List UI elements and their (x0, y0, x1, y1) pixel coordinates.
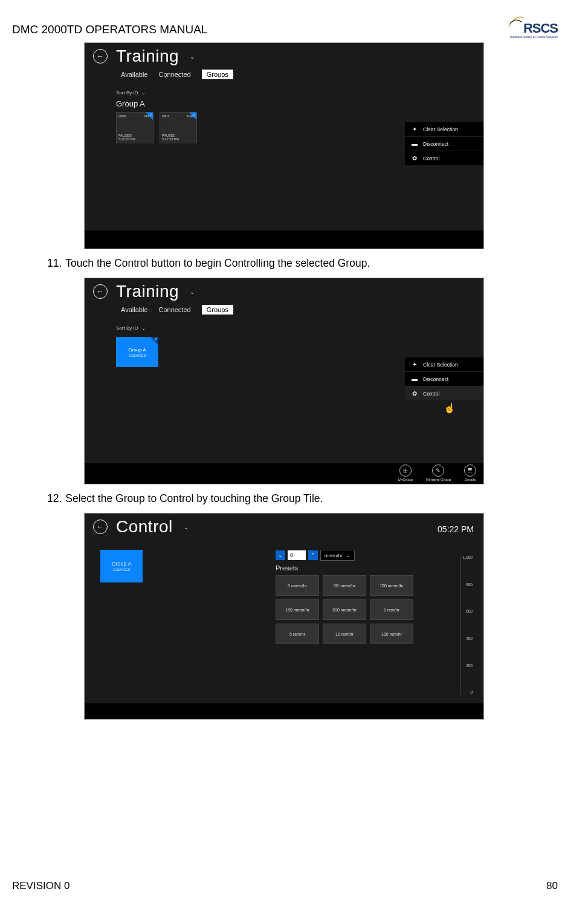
stepper-up-icon[interactable]: ⌃ (308, 550, 318, 560)
logo-swoosh-icon (508, 12, 525, 29)
details-button[interactable]: ≣Details (464, 465, 476, 481)
back-icon[interactable]: ← (93, 520, 108, 534)
checkmark-icon (189, 112, 196, 120)
scale-axis: 1,000 800 600 400 200 0 (460, 556, 473, 695)
chevron-down-icon: ⌄ (141, 90, 146, 96)
preset-button[interactable]: 5 rem/hr (276, 624, 319, 644)
revision-label: REVISION 0 (12, 880, 69, 892)
scale-tick: 800 (466, 583, 473, 587)
device-tile[interactable]: 0000 DMC PAUSED 5:22:25 PM (116, 112, 153, 143)
disconnect-icon: ▬ (411, 140, 418, 147)
group-tile-count: 2 DEVICES (129, 354, 146, 357)
group-tile-name: Group A (128, 347, 146, 353)
scale-tick: 200 (466, 664, 473, 668)
bottom-bar (85, 230, 483, 249)
ungroup-icon: ⊞ (399, 465, 412, 477)
stepper-down-icon[interactable]: ⌄ (276, 550, 285, 560)
sort-label: Sort By ID (116, 325, 138, 331)
preset-button[interactable]: 500 mrem/hr (323, 599, 366, 620)
app-title: Training (116, 47, 179, 66)
screenshot-control: ← Control ⌄ 05:22 PM Group A 2 DEVICES ⌄… (85, 513, 483, 719)
chevron-down-icon[interactable]: ⌄ (190, 53, 195, 60)
chevron-down-icon[interactable]: ⌄ (190, 289, 195, 295)
clear-icon: ✦ (411, 361, 418, 368)
ungroup-button[interactable]: ⊞UnGroup (398, 465, 413, 481)
scale-tick: 0 (470, 691, 473, 695)
clear-selection-button[interactable]: ✦Clear Selection (405, 357, 483, 371)
scale-tick: 600 (466, 610, 473, 614)
sort-label: Sort By ID (116, 90, 138, 96)
preset-button[interactable]: 50 mrem/hr (323, 575, 366, 596)
device-id: 0000 (118, 114, 126, 118)
gear-icon: ✿ (411, 155, 418, 161)
group-tile-count: 2 DEVICES (113, 568, 131, 572)
value-row: ⌄ 0 ⌃ mrem/hr⌄ (276, 550, 483, 561)
rename-icon: ✎ (432, 465, 444, 477)
device-time: 5:22:25 PM (118, 137, 151, 141)
control-button[interactable]: ✿Control (405, 386, 483, 400)
group-name: Group A (85, 98, 483, 112)
chevron-down-icon: ⌄ (346, 553, 351, 558)
disconnect-button[interactable]: ▬Disconnect (405, 371, 483, 386)
disconnect-button[interactable]: ▬Disconnect (405, 136, 483, 151)
preset-button[interactable]: 100 rem/hr (370, 624, 413, 644)
back-icon[interactable]: ← (93, 49, 108, 64)
rename-group-button[interactable]: ✎Rename Group (426, 465, 451, 481)
back-icon[interactable]: ← (93, 284, 108, 299)
chevron-down-icon: ⌄ (141, 325, 146, 331)
scale-tick: 1,000 (463, 556, 473, 560)
pointer-cursor-icon: ☝ (444, 402, 454, 413)
disconnect-icon: ▬ (411, 376, 418, 382)
clock: 05:22 PM (438, 524, 474, 534)
logo-subtext: Radiation Safety & Control Services (510, 35, 558, 39)
tab-available[interactable]: Available (121, 306, 147, 313)
document-title: DMC 2000TD OPERATORS MANUAL (12, 23, 207, 36)
tab-groups[interactable]: Groups (202, 305, 233, 315)
clear-icon: ✦ (411, 126, 418, 132)
rscs-logo: RSCS Radiation Safety & Control Services (497, 12, 558, 39)
device-time: 5:22:25 PM (162, 137, 195, 141)
tab-groups[interactable]: Groups (202, 70, 233, 79)
logo-text: RSCS (523, 21, 558, 36)
tab-connected[interactable]: Connected (158, 71, 190, 78)
group-tile[interactable]: Group A 2 DEVICES (100, 550, 143, 582)
group-tile[interactable]: Group A 2 DEVICES (116, 337, 158, 367)
details-icon: ≣ (464, 465, 476, 477)
tabs: Available Connected Groups (85, 67, 483, 82)
screenshot-training-group-selected: ← Training ⌄ Available Connected Groups … (85, 278, 483, 484)
presets-label: Presets (276, 564, 483, 572)
preset-button[interactable]: 100 mrem/hr (370, 575, 413, 596)
step-text: Select the Group to Control by touching … (65, 492, 323, 505)
chevron-down-icon[interactable]: ⌄ (184, 524, 189, 530)
bottom-bar (85, 703, 483, 719)
actions-panel: ✦Clear Selection ▬Disconnect ✿Control (405, 357, 483, 400)
clear-selection-button[interactable]: ✦Clear Selection (405, 122, 483, 136)
preset-button[interactable]: 1 rem/hr (370, 599, 413, 620)
preset-button[interactable]: 150 mrem/hr (276, 599, 319, 620)
preset-button[interactable]: 10 rem/hr (323, 624, 366, 644)
checkmark-icon (146, 112, 153, 120)
sort-row[interactable]: Sort By ID ⌄ (85, 317, 483, 333)
tab-available[interactable]: Available (121, 71, 147, 78)
page-number: 80 (546, 880, 558, 892)
step-number: 11. (47, 257, 62, 270)
svg-point-0 (515, 19, 517, 21)
step-11: 11. Touch the Control button to begin Co… (47, 257, 558, 270)
preset-button[interactable]: 5 mrem/hr (276, 575, 319, 596)
device-tile[interactable]: 0001 DMC PAUSED 5:22:25 PM (160, 112, 197, 143)
value-input[interactable]: 0 (288, 550, 306, 560)
control-button[interactable]: ✿Control (405, 151, 483, 165)
sort-row[interactable]: Sort By ID ⌄ (85, 82, 483, 98)
device-id: 0001 (162, 114, 169, 118)
gear-icon: ✿ (411, 390, 418, 397)
preset-grid: 5 mrem/hr 50 mrem/hr 100 mrem/hr 150 mre… (276, 575, 483, 644)
unit-select[interactable]: mrem/hr⌄ (320, 550, 355, 561)
screenshot-training-devices: ← Training ⌄ Available Connected Groups … (85, 43, 483, 249)
step-number: 12. (47, 492, 62, 505)
tabs: Available Connected Groups (85, 302, 483, 317)
page-header: DMC 2000TD OPERATORS MANUAL RSCS Radiati… (12, 12, 558, 39)
step-12: 12. Select the Group to Control by touch… (47, 492, 558, 505)
tab-connected[interactable]: Connected (158, 306, 190, 313)
scale-tick: 400 (466, 637, 473, 641)
step-text: Touch the Control button to begin Contro… (65, 257, 370, 270)
